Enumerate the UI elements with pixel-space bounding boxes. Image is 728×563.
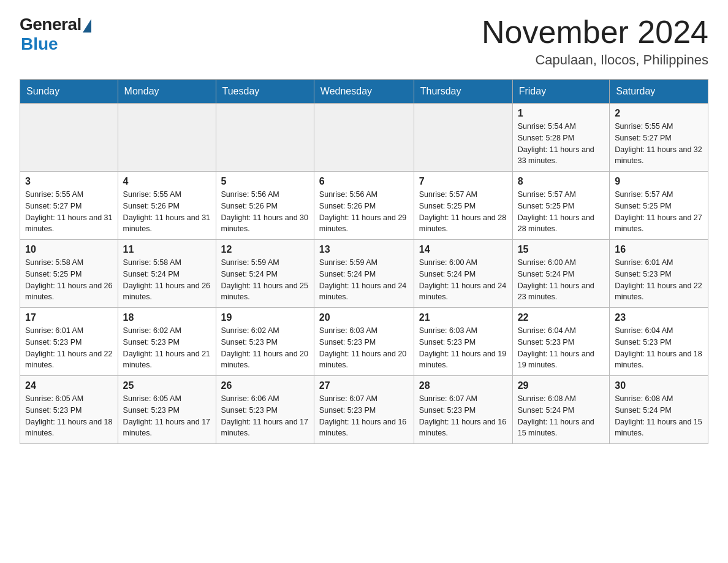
day-number: 27 bbox=[319, 380, 409, 391]
day-number: 1 bbox=[518, 108, 605, 119]
week-row-4: 17Sunrise: 6:01 AMSunset: 5:23 PMDayligh… bbox=[20, 308, 708, 376]
calendar-cell: 28Sunrise: 6:07 AMSunset: 5:23 PMDayligh… bbox=[414, 376, 512, 444]
calendar-cell: 13Sunrise: 5:59 AMSunset: 5:24 PMDayligh… bbox=[314, 240, 414, 308]
day-number: 25 bbox=[123, 380, 211, 391]
day-number: 22 bbox=[518, 312, 605, 323]
weekday-header-thursday: Thursday bbox=[414, 80, 512, 104]
day-info: Sunrise: 5:57 AMSunset: 5:25 PMDaylight:… bbox=[615, 189, 703, 235]
calendar-cell: 26Sunrise: 6:06 AMSunset: 5:23 PMDayligh… bbox=[216, 376, 314, 444]
day-number: 28 bbox=[419, 380, 507, 391]
day-number: 13 bbox=[319, 244, 409, 255]
calendar-cell: 5Sunrise: 5:56 AMSunset: 5:26 PMDaylight… bbox=[216, 172, 314, 240]
weekday-header-sunday: Sunday bbox=[20, 80, 118, 104]
day-info: Sunrise: 6:05 AMSunset: 5:23 PMDaylight:… bbox=[25, 393, 113, 439]
calendar-cell: 16Sunrise: 6:01 AMSunset: 5:23 PMDayligh… bbox=[610, 240, 708, 308]
day-number: 8 bbox=[518, 176, 605, 187]
week-row-5: 24Sunrise: 6:05 AMSunset: 5:23 PMDayligh… bbox=[20, 376, 708, 444]
day-number: 10 bbox=[25, 244, 113, 255]
calendar-cell bbox=[314, 104, 414, 172]
day-number: 17 bbox=[25, 312, 113, 323]
day-info: Sunrise: 5:57 AMSunset: 5:25 PMDaylight:… bbox=[518, 189, 605, 235]
day-number: 6 bbox=[319, 176, 409, 187]
calendar-cell: 9Sunrise: 5:57 AMSunset: 5:25 PMDaylight… bbox=[610, 172, 708, 240]
logo-general-text: General bbox=[20, 15, 82, 34]
day-info: Sunrise: 6:02 AMSunset: 5:23 PMDaylight:… bbox=[221, 325, 309, 371]
day-info: Sunrise: 6:02 AMSunset: 5:23 PMDaylight:… bbox=[123, 325, 211, 371]
day-number: 30 bbox=[615, 380, 703, 391]
logo-triangle-icon bbox=[83, 19, 91, 33]
calendar-cell: 7Sunrise: 5:57 AMSunset: 5:25 PMDaylight… bbox=[414, 172, 512, 240]
week-row-1: 1Sunrise: 5:54 AMSunset: 5:28 PMDaylight… bbox=[20, 104, 708, 172]
day-info: Sunrise: 5:57 AMSunset: 5:25 PMDaylight:… bbox=[419, 189, 507, 235]
day-number: 21 bbox=[419, 312, 507, 323]
day-number: 12 bbox=[221, 244, 309, 255]
calendar-cell: 14Sunrise: 6:00 AMSunset: 5:24 PMDayligh… bbox=[414, 240, 512, 308]
day-info: Sunrise: 5:55 AMSunset: 5:27 PMDaylight:… bbox=[25, 189, 113, 235]
calendar-cell: 19Sunrise: 6:02 AMSunset: 5:23 PMDayligh… bbox=[216, 308, 314, 376]
weekday-header-monday: Monday bbox=[118, 80, 216, 104]
logo-blue-text: Blue bbox=[21, 34, 58, 54]
day-info: Sunrise: 5:56 AMSunset: 5:26 PMDaylight:… bbox=[221, 189, 309, 235]
day-number: 29 bbox=[518, 380, 605, 391]
week-row-3: 10Sunrise: 5:58 AMSunset: 5:25 PMDayligh… bbox=[20, 240, 708, 308]
calendar-cell: 4Sunrise: 5:55 AMSunset: 5:26 PMDaylight… bbox=[118, 172, 216, 240]
week-row-2: 3Sunrise: 5:55 AMSunset: 5:27 PMDaylight… bbox=[20, 172, 708, 240]
calendar-cell: 21Sunrise: 6:03 AMSunset: 5:23 PMDayligh… bbox=[414, 308, 512, 376]
day-info: Sunrise: 6:07 AMSunset: 5:23 PMDaylight:… bbox=[319, 393, 409, 439]
page-header: General Blue November 2024 Capulaan, Ilo… bbox=[20, 15, 708, 68]
calendar-cell: 17Sunrise: 6:01 AMSunset: 5:23 PMDayligh… bbox=[20, 308, 118, 376]
calendar-cell: 22Sunrise: 6:04 AMSunset: 5:23 PMDayligh… bbox=[512, 308, 610, 376]
calendar-cell: 2Sunrise: 5:55 AMSunset: 5:27 PMDaylight… bbox=[610, 104, 708, 172]
calendar-cell: 1Sunrise: 5:54 AMSunset: 5:28 PMDaylight… bbox=[512, 104, 610, 172]
calendar-cell: 15Sunrise: 6:00 AMSunset: 5:24 PMDayligh… bbox=[512, 240, 610, 308]
day-number: 7 bbox=[419, 176, 507, 187]
calendar-cell bbox=[118, 104, 216, 172]
day-number: 20 bbox=[319, 312, 409, 323]
day-info: Sunrise: 6:03 AMSunset: 5:23 PMDaylight:… bbox=[319, 325, 409, 371]
day-number: 26 bbox=[221, 380, 309, 391]
day-info: Sunrise: 5:58 AMSunset: 5:25 PMDaylight:… bbox=[25, 257, 113, 303]
calendar-cell: 8Sunrise: 5:57 AMSunset: 5:25 PMDaylight… bbox=[512, 172, 610, 240]
day-number: 14 bbox=[419, 244, 507, 255]
weekday-header-friday: Friday bbox=[512, 80, 610, 104]
day-number: 2 bbox=[615, 108, 703, 119]
day-info: Sunrise: 6:08 AMSunset: 5:24 PMDaylight:… bbox=[615, 393, 703, 439]
day-number: 16 bbox=[615, 244, 703, 255]
day-info: Sunrise: 5:59 AMSunset: 5:24 PMDaylight:… bbox=[221, 257, 309, 303]
day-info: Sunrise: 5:55 AMSunset: 5:26 PMDaylight:… bbox=[123, 189, 211, 235]
calendar-cell bbox=[20, 104, 118, 172]
calendar-cell: 6Sunrise: 5:56 AMSunset: 5:26 PMDaylight… bbox=[314, 172, 414, 240]
day-info: Sunrise: 6:06 AMSunset: 5:23 PMDaylight:… bbox=[221, 393, 309, 439]
weekday-header-row: SundayMondayTuesdayWednesdayThursdayFrid… bbox=[20, 80, 708, 104]
day-info: Sunrise: 5:55 AMSunset: 5:27 PMDaylight:… bbox=[615, 121, 703, 167]
day-number: 5 bbox=[221, 176, 309, 187]
weekday-header-tuesday: Tuesday bbox=[216, 80, 314, 104]
calendar-cell: 27Sunrise: 6:07 AMSunset: 5:23 PMDayligh… bbox=[314, 376, 414, 444]
day-number: 23 bbox=[615, 312, 703, 323]
calendar-cell bbox=[216, 104, 314, 172]
day-number: 19 bbox=[221, 312, 309, 323]
calendar-cell: 23Sunrise: 6:04 AMSunset: 5:23 PMDayligh… bbox=[610, 308, 708, 376]
weekday-header-wednesday: Wednesday bbox=[314, 80, 414, 104]
day-info: Sunrise: 6:04 AMSunset: 5:23 PMDaylight:… bbox=[615, 325, 703, 371]
day-info: Sunrise: 5:56 AMSunset: 5:26 PMDaylight:… bbox=[319, 189, 409, 235]
day-number: 15 bbox=[518, 244, 605, 255]
day-number: 24 bbox=[25, 380, 113, 391]
day-info: Sunrise: 5:54 AMSunset: 5:28 PMDaylight:… bbox=[518, 121, 605, 167]
calendar-cell bbox=[414, 104, 512, 172]
day-info: Sunrise: 6:00 AMSunset: 5:24 PMDaylight:… bbox=[518, 257, 605, 303]
day-number: 18 bbox=[123, 312, 211, 323]
day-number: 4 bbox=[123, 176, 211, 187]
day-number: 3 bbox=[25, 176, 113, 187]
calendar-cell: 29Sunrise: 6:08 AMSunset: 5:24 PMDayligh… bbox=[512, 376, 610, 444]
calendar-cell: 11Sunrise: 5:58 AMSunset: 5:24 PMDayligh… bbox=[118, 240, 216, 308]
day-number: 11 bbox=[123, 244, 211, 255]
calendar-cell: 25Sunrise: 6:05 AMSunset: 5:23 PMDayligh… bbox=[118, 376, 216, 444]
day-info: Sunrise: 6:07 AMSunset: 5:23 PMDaylight:… bbox=[419, 393, 507, 439]
calendar-cell: 20Sunrise: 6:03 AMSunset: 5:23 PMDayligh… bbox=[314, 308, 414, 376]
day-info: Sunrise: 6:00 AMSunset: 5:24 PMDaylight:… bbox=[419, 257, 507, 303]
day-info: Sunrise: 5:58 AMSunset: 5:24 PMDaylight:… bbox=[123, 257, 211, 303]
day-info: Sunrise: 6:05 AMSunset: 5:23 PMDaylight:… bbox=[123, 393, 211, 439]
day-info: Sunrise: 6:03 AMSunset: 5:23 PMDaylight:… bbox=[419, 325, 507, 371]
weekday-header-saturday: Saturday bbox=[610, 80, 708, 104]
